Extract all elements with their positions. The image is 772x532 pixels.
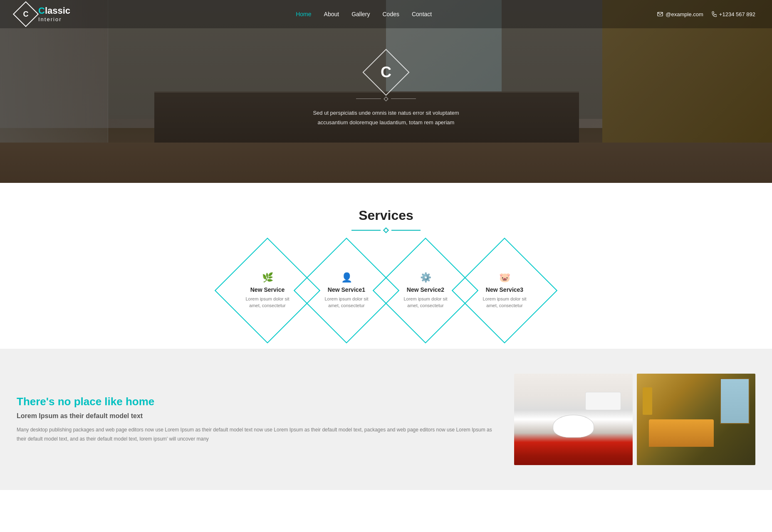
hotel-lamp [643, 387, 652, 415]
logo[interactable]: C Classic Interior [17, 5, 70, 23]
nav-link-gallery[interactable]: Gallery [351, 11, 370, 17]
brand-sub: Interior [38, 16, 70, 23]
contact-email: @example.com [657, 11, 703, 17]
nav-menu: Home About Gallery Codes Contact [296, 10, 432, 18]
services-grid: 🌿 New Service Lorem ipsum dolor sit amet… [8, 253, 764, 328]
hero-divider-line-right [391, 99, 416, 99]
service-desc-1: Lorem ipsum dolor sit amet, consectetur [322, 296, 371, 309]
service-name-1: New Service1 [322, 286, 371, 293]
email-icon [657, 11, 663, 17]
brand-name: Classic [38, 5, 70, 16]
bathroom-image [514, 374, 633, 465]
toilet [553, 415, 594, 438]
service-card-content-1: 👤 New Service1 Lorem ipsum dolor sit ame… [322, 272, 371, 309]
logo-diamond: C [13, 1, 39, 27]
services-divider-line-right [391, 230, 421, 231]
hotel-bg [637, 374, 755, 465]
service-desc-3: Lorem ipsum dolor sit amet, consectetur [480, 296, 530, 309]
bathroom-bg [514, 374, 633, 465]
nav-link-contact[interactable]: Contact [412, 11, 432, 17]
logo-text: Classic Interior [38, 5, 70, 23]
contact-info: @example.com +1234 567 892 [657, 11, 755, 17]
services-divider [8, 228, 764, 232]
nav-link-about[interactable]: About [324, 11, 339, 17]
about-body: Many desktop publishing packages and web… [17, 426, 497, 443]
service-icon-0: 🌿 [242, 272, 292, 283]
about-heading: There's no place like home [17, 395, 497, 408]
hero-tagline: Sed ut perspiciatis unde omnis iste natu… [303, 108, 469, 128]
hero-divider-diamond [384, 96, 388, 101]
hotel-image [637, 374, 755, 465]
about-section: There's no place like home Lorem Ipsum a… [0, 349, 772, 490]
service-card-content-2: ⚙️ New Service2 Lorem ipsum dolor sit am… [401, 272, 450, 309]
hero-divider-line-left [356, 99, 381, 99]
about-text: There's no place like home Lorem Ipsum a… [17, 374, 514, 465]
hero-logo-letter: C [381, 64, 391, 81]
services-divider-line-left [351, 230, 381, 231]
nav-link-home[interactable]: Home [296, 11, 311, 17]
service-icon-2: ⚙️ [401, 272, 450, 283]
hero-divider [356, 97, 416, 101]
service-icon-1: 👤 [322, 272, 371, 283]
service-icon-3: 🐷 [480, 272, 530, 283]
services-title: Services [8, 208, 764, 223]
nav-item-home[interactable]: Home [296, 10, 311, 18]
nav-link-codes[interactable]: Codes [383, 11, 399, 17]
about-images [514, 374, 755, 465]
hero-logo-diamond: C [362, 49, 409, 96]
sink [585, 392, 621, 410]
nav-item-codes[interactable]: Codes [383, 10, 399, 18]
service-card-content-0: 🌿 New Service Lorem ipsum dolor sit amet… [242, 272, 292, 309]
service-desc-2: Lorem ipsum dolor sit amet, consectetur [401, 296, 450, 309]
services-section: Services 🌿 New Service Lorem ipsum dolor… [0, 183, 772, 349]
hotel-bed [649, 419, 714, 447]
phone-icon [712, 11, 717, 17]
navbar: C Classic Interior Home About Gallery Co… [0, 0, 772, 28]
nav-item-about[interactable]: About [324, 10, 339, 18]
hotel-window [720, 378, 750, 424]
about-subheading: Lorem Ipsum as their default model text [17, 412, 497, 420]
service-name-2: New Service2 [401, 286, 450, 293]
nav-item-gallery[interactable]: Gallery [351, 10, 370, 18]
nav-item-contact[interactable]: Contact [412, 10, 432, 18]
service-name-3: New Service3 [480, 286, 530, 293]
service-card-content-3: 🐷 New Service3 Lorem ipsum dolor sit ame… [480, 272, 530, 309]
services-divider-diamond [383, 227, 389, 233]
service-card-3: 🐷 New Service3 Lorem ipsum dolor sit ame… [467, 253, 542, 328]
service-name-0: New Service [242, 286, 292, 293]
logo-letter: C [23, 10, 29, 19]
contact-phone: +1234 567 892 [712, 11, 755, 17]
service-desc-0: Lorem ipsum dolor sit amet, consectetur [242, 296, 292, 309]
